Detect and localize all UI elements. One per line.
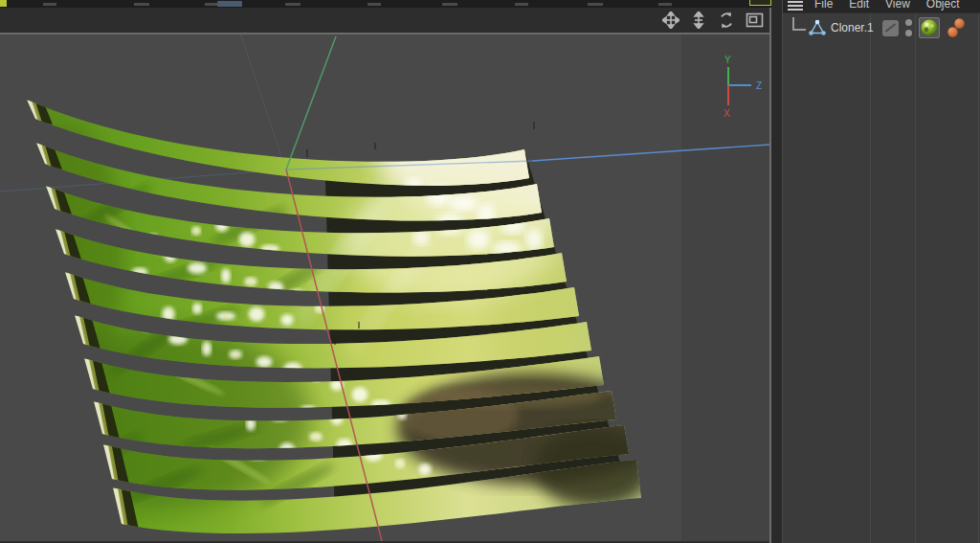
layer-slash-toggle[interactable] (882, 20, 899, 36)
object-name[interactable]: Cloner.1 (831, 21, 874, 34)
rotate-icon[interactable] (717, 11, 736, 30)
menu-view[interactable]: View (885, 0, 910, 11)
highlighted-button-fragment (749, 0, 771, 6)
material-tag[interactable] (919, 17, 940, 38)
viewport-header (0, 8, 769, 34)
dynamics-tag[interactable] (944, 16, 969, 41)
object-list: Cloner.1 (783, 13, 980, 543)
gizmo-z-label: Z (756, 80, 762, 91)
gizmo-y-label: Y (724, 55, 731, 65)
3d-viewport: Y Z X (0, 8, 771, 543)
grid-line (239, 34, 285, 169)
visibility-dots-toggle[interactable] (905, 19, 913, 38)
hamburger-menu-icon[interactable] (787, 0, 804, 12)
panel-splitter[interactable] (771, 0, 783, 543)
cloner-icon[interactable] (808, 18, 827, 37)
pan-icon[interactable] (661, 11, 680, 30)
viewport-canvas[interactable]: Y Z X (0, 34, 769, 541)
y-axis-line (286, 36, 336, 170)
accent-square (0, 0, 7, 7)
top-menu-bar-clipped (0, 0, 771, 8)
object-row-cloner[interactable]: Cloner.1 (783, 15, 980, 44)
object-manager-panel: File Edit View Object (783, 0, 980, 543)
maximize-icon[interactable] (745, 11, 764, 30)
zoom-dolly-icon[interactable] (689, 11, 708, 30)
object-manager-menubar: File Edit View Object (783, 0, 980, 13)
gizmo-x-label: X (724, 108, 730, 119)
application-window: Y Z X File Edit View Object (0, 0, 980, 543)
menu-edit[interactable]: Edit (849, 0, 869, 11)
menu-object[interactable]: Object (926, 0, 960, 11)
highlighted-menu-fragment (217, 1, 242, 7)
menu-file[interactable]: File (814, 0, 833, 11)
hierarchy-elbow (792, 17, 806, 31)
